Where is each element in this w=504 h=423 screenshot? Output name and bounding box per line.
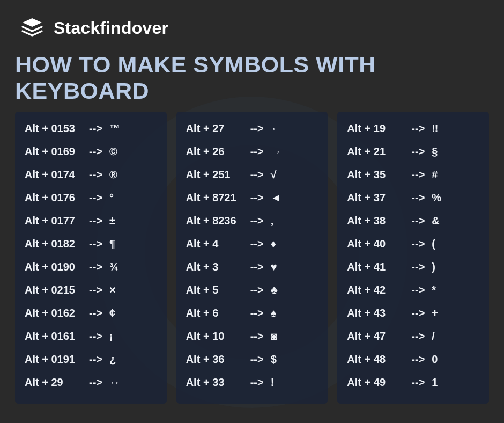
- symbol-row: Alt + 29-->↔: [25, 371, 157, 394]
- key-combo: Alt + 21: [347, 145, 411, 158]
- arrow-separator: -->: [411, 215, 432, 227]
- arrow-separator: -->: [250, 145, 271, 158]
- result-symbol: ‼: [432, 122, 453, 135]
- result-symbol: ◄: [271, 192, 292, 204]
- arrow-separator: -->: [89, 284, 109, 296]
- symbol-row: Alt + 33-->!: [186, 371, 318, 394]
- key-combo: Alt + 43: [347, 307, 411, 319]
- symbol-column-3: Alt + 19-->‼Alt + 21-->§Alt + 35-->#Alt …: [337, 112, 489, 404]
- key-combo: Alt + 0162: [25, 307, 89, 319]
- arrow-separator: -->: [250, 192, 271, 204]
- key-combo: Alt + 0182: [25, 238, 89, 250]
- key-combo: Alt + 26: [186, 145, 250, 158]
- result-symbol: √: [271, 169, 292, 181]
- key-combo: Alt + 251: [186, 169, 250, 181]
- key-combo: Alt + 40: [347, 238, 411, 250]
- arrow-separator: -->: [89, 238, 109, 250]
- key-combo: Alt + 35: [347, 169, 411, 181]
- arrow-separator: -->: [411, 261, 432, 273]
- key-combo: Alt + 6: [186, 307, 250, 319]
- symbol-row: Alt + 0174-->®: [25, 163, 157, 186]
- result-symbol: ¢: [109, 307, 131, 319]
- arrow-separator: -->: [89, 376, 109, 389]
- symbol-row: Alt + 5-->♣: [186, 279, 318, 302]
- symbol-row: Alt + 0153-->™: [25, 117, 157, 140]
- result-symbol: ♣: [271, 284, 292, 296]
- symbol-row: Alt + 40-->(: [347, 232, 479, 256]
- arrow-separator: -->: [411, 192, 432, 204]
- arrow-separator: -->: [411, 284, 432, 296]
- result-symbol: ®: [109, 169, 131, 181]
- arrow-separator: -->: [411, 307, 432, 319]
- arrow-separator: -->: [250, 284, 271, 296]
- key-combo: Alt + 33: [186, 376, 250, 389]
- arrow-separator: -->: [89, 330, 109, 342]
- key-combo: Alt + 0177: [25, 215, 89, 227]
- key-combo: Alt + 0215: [25, 284, 89, 296]
- key-combo: Alt + 47: [347, 330, 411, 342]
- key-combo: Alt + 8721: [186, 192, 250, 204]
- arrow-separator: -->: [411, 376, 432, 389]
- symbol-row: Alt + 0190-->¾: [25, 256, 157, 279]
- symbol-row: Alt + 8236-->,: [186, 209, 318, 232]
- key-combo: Alt + 19: [347, 122, 411, 135]
- result-symbol: ¶: [109, 238, 131, 250]
- key-combo: Alt + 5: [186, 284, 250, 296]
- symbol-row: Alt + 38-->&: [347, 209, 479, 232]
- key-combo: Alt + 42: [347, 284, 411, 296]
- arrow-separator: -->: [89, 145, 109, 158]
- arrow-separator: -->: [250, 169, 271, 181]
- result-symbol: ×: [109, 284, 131, 296]
- arrow-separator: -->: [89, 261, 109, 273]
- arrow-separator: -->: [411, 122, 432, 135]
- result-symbol: §: [432, 145, 453, 158]
- result-symbol: &: [432, 215, 453, 227]
- key-combo: Alt + 38: [347, 215, 411, 227]
- arrow-separator: -->: [411, 353, 432, 366]
- symbol-row: Alt + 0215-->×: [25, 279, 157, 302]
- stack-icon: [19, 15, 45, 41]
- result-symbol: 0: [432, 353, 453, 366]
- arrow-separator: -->: [89, 215, 109, 227]
- result-symbol: (: [432, 238, 453, 250]
- symbol-row: Alt + 21-->§: [347, 140, 479, 163]
- symbol-columns: Alt + 0153-->™Alt + 0169-->©Alt + 0174--…: [0, 112, 504, 404]
- result-symbol: ): [432, 261, 453, 273]
- symbol-row: Alt + 19-->‼: [347, 117, 479, 140]
- key-combo: Alt + 10: [186, 330, 250, 342]
- key-combo: Alt + 0153: [25, 122, 89, 135]
- key-combo: Alt + 0169: [25, 145, 89, 158]
- symbol-row: Alt + 27-->←: [186, 117, 318, 140]
- result-symbol: ←: [271, 122, 292, 135]
- result-symbol: ¾: [109, 261, 131, 273]
- key-combo: Alt + 0161: [25, 330, 89, 342]
- symbol-row: Alt + 35-->#: [347, 163, 479, 186]
- arrow-separator: -->: [89, 169, 109, 181]
- symbol-row: Alt + 0161-->¡: [25, 325, 157, 348]
- arrow-separator: -->: [250, 307, 271, 319]
- arrow-separator: -->: [89, 192, 109, 204]
- symbol-row: Alt + 6-->♠: [186, 302, 318, 325]
- key-combo: Alt + 8236: [186, 215, 250, 227]
- result-symbol: $: [271, 353, 292, 366]
- result-symbol: ♦: [271, 238, 292, 250]
- key-combo: Alt + 4: [186, 238, 250, 250]
- arrow-separator: -->: [411, 169, 432, 181]
- page-title: HOW TO MAKE SYMBOLS WITH KEYBOARD: [0, 46, 504, 112]
- arrow-separator: -->: [89, 122, 109, 135]
- result-symbol: ™: [109, 122, 131, 135]
- symbol-row: Alt + 251-->√: [186, 163, 318, 186]
- key-combo: Alt + 0176: [25, 192, 89, 204]
- header: Stackfindover: [0, 0, 504, 46]
- result-symbol: ,: [271, 215, 292, 227]
- result-symbol: !: [271, 376, 292, 389]
- arrow-separator: -->: [250, 261, 271, 273]
- brand-name: Stackfindover: [54, 18, 168, 38]
- key-combo: Alt + 37: [347, 192, 411, 204]
- result-symbol: /: [432, 330, 453, 342]
- arrow-separator: -->: [411, 238, 432, 250]
- result-symbol: ±: [109, 215, 131, 227]
- symbol-row: Alt + 10-->◙: [186, 325, 318, 348]
- symbol-row: Alt + 0182-->¶: [25, 232, 157, 256]
- arrow-separator: -->: [250, 353, 271, 366]
